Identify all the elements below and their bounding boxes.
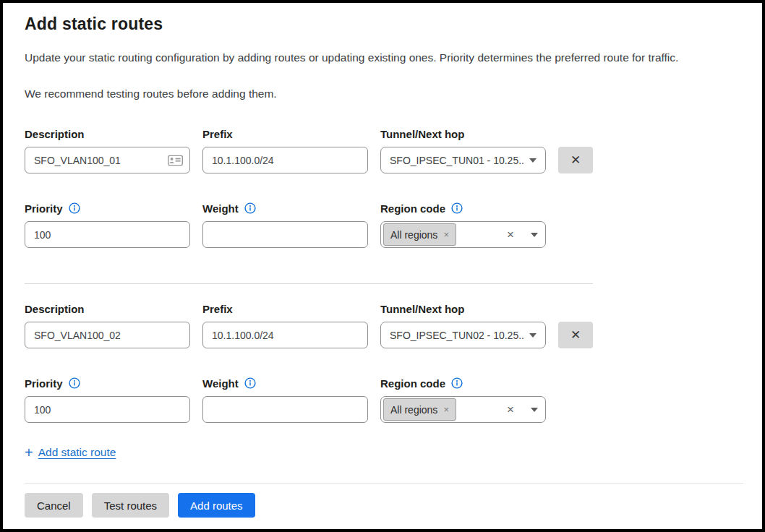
priority-info-icon[interactable] xyxy=(69,202,80,214)
route-1-description-input[interactable] xyxy=(25,147,190,173)
tunnel-next-hop-label: Tunnel/Next hop xyxy=(380,126,546,141)
route-1-prefix-field: Prefix xyxy=(202,126,368,173)
region-tag: All regions × xyxy=(383,223,456,246)
route-2-priority-field: Priority xyxy=(25,376,190,423)
route-2-prefix-input[interactable] xyxy=(202,322,368,348)
route-2-region-field: Region code All regions × × xyxy=(380,376,546,423)
route-2-region-multiselect[interactable]: All regions × × xyxy=(380,396,546,423)
add-static-route-link[interactable]: + Add static route xyxy=(25,445,116,460)
route-2-tunnel-value: SFO_IPSEC_TUN02 - 10.25... xyxy=(390,330,523,341)
route-1-weight-field: Weight xyxy=(202,201,368,248)
route-1-prefix-input[interactable] xyxy=(202,147,368,173)
description-label: Description xyxy=(25,126,190,141)
route-section-divider xyxy=(25,283,593,284)
region-info-icon[interactable] xyxy=(451,377,463,389)
region-tag-remove-icon[interactable]: × xyxy=(443,405,449,414)
dialog-recommendation: We recommend testing routes before addin… xyxy=(25,87,743,101)
plus-icon: + xyxy=(25,445,33,460)
region-code-label: Region code xyxy=(380,201,546,215)
contact-card-autofill-icon[interactable] xyxy=(168,155,183,166)
route-1-region-field: Region code All regions × × xyxy=(380,201,546,248)
route-2-remove-button[interactable]: ✕ xyxy=(558,322,593,348)
route-2-tunnel-field: Tunnel/Next hop SFO_IPSEC_TUN02 - 10.25.… xyxy=(380,301,546,348)
route-2-description-field: Description xyxy=(25,301,190,348)
chevron-down-icon xyxy=(529,333,537,338)
weight-label: Weight xyxy=(202,201,368,215)
weight-label: Weight xyxy=(202,376,368,390)
chevron-down-icon xyxy=(531,408,538,412)
add-static-route-label: Add static route xyxy=(38,446,116,459)
test-routes-button[interactable]: Test routes xyxy=(92,493,169,518)
route-2-secondary-row: Priority Weight xyxy=(25,376,743,423)
region-tag-remove-icon[interactable]: × xyxy=(443,230,449,239)
weight-info-icon[interactable] xyxy=(244,377,256,389)
clear-selection-icon[interactable]: × xyxy=(507,228,514,241)
priority-label: Priority xyxy=(25,376,190,390)
cancel-button[interactable]: Cancel xyxy=(25,493,83,518)
region-info-icon[interactable] xyxy=(451,202,463,214)
route-2-priority-input[interactable] xyxy=(25,396,190,423)
route-2-main-row: Description Prefix Tunnel/Next hop SFO_I… xyxy=(25,301,743,348)
region-code-label-text: Region code xyxy=(380,202,445,215)
prefix-label: Prefix xyxy=(202,126,368,141)
chevron-down-icon xyxy=(531,233,538,237)
route-1-secondary-row: Priority Weight xyxy=(25,201,743,248)
region-tag-label: All regions xyxy=(390,229,437,241)
region-code-label: Region code xyxy=(380,376,546,390)
clear-selection-icon[interactable]: × xyxy=(507,403,514,416)
close-icon: ✕ xyxy=(570,329,581,341)
route-1-weight-input[interactable] xyxy=(202,221,368,248)
footer-divider xyxy=(25,483,743,484)
route-1-priority-input[interactable] xyxy=(25,221,190,248)
weight-info-icon[interactable] xyxy=(244,202,256,214)
priority-info-icon[interactable] xyxy=(69,377,80,389)
weight-label-text: Weight xyxy=(202,202,239,215)
priority-label: Priority xyxy=(25,201,190,215)
route-1-tunnel-field: Tunnel/Next hop SFO_IPSEC_TUN01 - 10.25.… xyxy=(380,126,546,173)
add-static-routes-dialog: Add static routes Update your static rou… xyxy=(0,0,765,532)
weight-label-text: Weight xyxy=(202,377,239,390)
route-1-tunnel-value: SFO_IPSEC_TUN01 - 10.25... xyxy=(390,155,523,166)
tunnel-next-hop-label: Tunnel/Next hop xyxy=(380,301,546,316)
page-title: Add static routes xyxy=(25,13,743,35)
route-1-main-row: Description Prefix xyxy=(25,126,743,173)
route-1-region-multiselect[interactable]: All regions × × xyxy=(380,221,546,248)
add-routes-button[interactable]: Add routes xyxy=(178,493,255,518)
description-label: Description xyxy=(25,301,190,316)
priority-label-text: Priority xyxy=(25,377,63,390)
region-tag-label: All regions xyxy=(390,404,437,416)
chevron-down-icon xyxy=(529,158,537,163)
region-code-label-text: Region code xyxy=(380,377,445,390)
route-2-weight-field: Weight xyxy=(202,376,368,423)
route-2-description-input[interactable] xyxy=(25,322,190,348)
priority-label-text: Priority xyxy=(25,202,63,215)
route-2-prefix-field: Prefix xyxy=(202,301,368,348)
route-1-priority-field: Priority xyxy=(25,201,190,248)
dialog-description: Update your static routing configuration… xyxy=(25,51,743,65)
region-tag: All regions × xyxy=(383,398,456,421)
route-1-tunnel-select[interactable]: SFO_IPSEC_TUN01 - 10.25... xyxy=(380,147,546,173)
route-2-weight-input[interactable] xyxy=(202,396,368,423)
dialog-content: Add static routes Update your static rou… xyxy=(3,3,762,529)
route-2-tunnel-select[interactable]: SFO_IPSEC_TUN02 - 10.25... xyxy=(380,322,546,348)
prefix-label: Prefix xyxy=(202,301,368,316)
route-1-remove-button[interactable]: ✕ xyxy=(558,147,593,173)
route-1-description-field: Description xyxy=(25,126,190,173)
footer-actions: Cancel Test routes Add routes xyxy=(25,493,743,518)
close-icon: ✕ xyxy=(570,154,581,166)
